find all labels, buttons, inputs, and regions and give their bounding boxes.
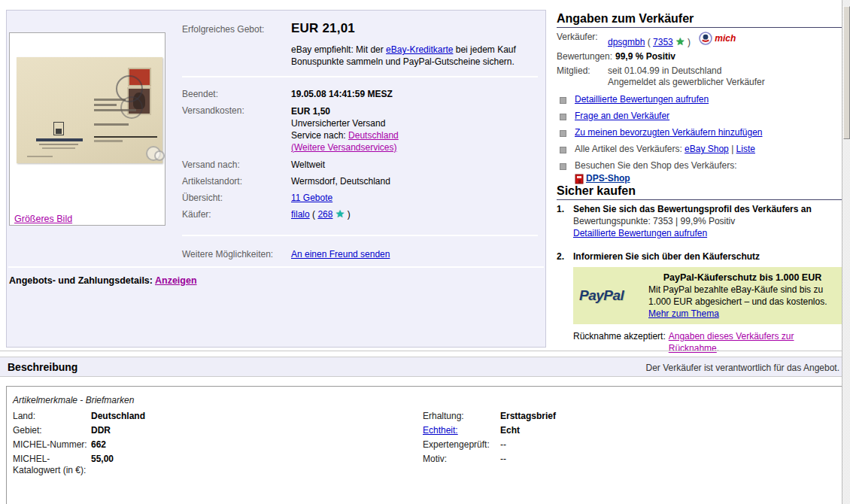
seller-info-section: Angaben zum Verkäufer Verkäufer: dpsgmbh… [557, 12, 842, 190]
payment-details-label: Angebots- und Zahlungsdetails: [9, 275, 153, 286]
ships-to-value: Weltweit [291, 159, 325, 171]
spec-label: MICHEL-Nummer: [13, 439, 88, 454]
watermark-icon [154, 150, 165, 161]
seller-label: Verkäufer: [557, 32, 608, 48]
payment-details-show-link[interactable]: Anzeigen [155, 275, 197, 286]
safe-buying-section: Sicher kaufen 1. Sehen Sie sich das Bewe… [557, 184, 842, 354]
item-specifics-title: Artikelmerkmale - Briefmarken [13, 395, 836, 405]
step-number: 2. [557, 251, 573, 263]
ebay-shop-link[interactable]: eBay Shop [685, 144, 729, 154]
safe-buying-step-1: 1. Sehen Sie sich das Bewertungsprofil d… [557, 204, 842, 239]
winning-bid-row: Erfolgreiches Gebot: EUR 21,01 [182, 24, 539, 35]
address-line [94, 104, 117, 106]
member-type: Angemeldet als gewerblicher Verkäufer [608, 77, 765, 88]
list-item: Detaillierte Bewertungen aufrufen [557, 94, 842, 105]
seller-feedback-star-icon: ★ [675, 35, 685, 47]
overview-row: Übersicht: 11 Gebote [182, 193, 539, 204]
spec-value: 55,00 [91, 454, 420, 479]
ebay-creditcard-link[interactable]: eBay-Kreditkarte [386, 44, 453, 55]
list-item: Besuchen Sie den Shop des Verkäufers: DP… [557, 160, 842, 184]
spec-value: 662 [91, 439, 420, 454]
member-label: Mitglied: [557, 65, 608, 88]
buyer-row: Käufer: filalo ( 268 ★ ) [182, 209, 539, 220]
spec-label: Erhaltung: [423, 411, 497, 425]
paren-open: ( [648, 37, 651, 47]
paypal-more-link[interactable]: Mehr zum Thema [648, 308, 719, 320]
paren-close: ) [348, 209, 351, 220]
spec-label: MICHEL-Katalogwert (in €): [13, 454, 88, 479]
paren-close: ) [688, 37, 691, 47]
spec-value: DDR [91, 425, 420, 439]
address-line [94, 99, 126, 101]
ended-value: 19.05.08 14:41:59 MESZ [291, 89, 393, 100]
returns-period: . [717, 343, 719, 354]
list-view-link[interactable]: Liste [736, 144, 755, 154]
address-line [94, 123, 129, 126]
service-country-link[interactable]: Deutschland [348, 130, 399, 141]
paren-open: ( [312, 209, 315, 220]
larger-image-link[interactable]: Größeres Bild [14, 214, 72, 224]
shipping-cost: EUR 1,50 [291, 105, 399, 117]
shipping-service-line: Service nach: Deutschland [291, 129, 399, 141]
vertical-scrollbar[interactable] [842, 0, 850, 504]
ask-seller-link[interactable]: Frage an den Verkäufer [575, 111, 669, 121]
dps-shop-link[interactable]: DPS-Shop [586, 173, 630, 184]
send-to-friend-link[interactable]: An einen Freund senden [291, 249, 390, 260]
spec-value: Ersttagsbrief [500, 411, 836, 425]
payment-details-row: Angebots- und Zahlungsdetails: Anzeigen [9, 275, 197, 286]
ebay-promo-text: eBay empfiehlt: Mit der eBay-Kreditkarte… [291, 44, 544, 68]
item-specifics-box: Artikelmerkmale - Briefmarken Land: Deut… [6, 386, 842, 504]
authenticity-help-link[interactable]: Echtheit: [423, 425, 458, 436]
seller-row: Verkäufer: dpsgmbh ( 7353 ★ ) mich [557, 32, 842, 48]
detailed-ratings-link[interactable]: Detaillierte Bewertungen aufrufen [573, 228, 707, 238]
pipe-separator: | [731, 144, 733, 154]
scrollbar-thumb[interactable] [843, 6, 850, 139]
address-line [94, 109, 136, 111]
spec-value: -- [500, 439, 836, 454]
address-line [94, 140, 123, 142]
item-photo-box: Größeres Bild [9, 32, 165, 226]
shipping-label: Versandkosten: [182, 105, 291, 153]
paypal-protection-box: PayPal PayPal-Käuferschutz bis 1.000 EUR… [573, 267, 842, 324]
seller-score-link[interactable]: 7353 [653, 37, 673, 47]
sender-line [39, 144, 78, 145]
spec-label: Land: [13, 411, 88, 425]
step-title: Informieren Sie sich über den Käuferschu… [573, 251, 760, 263]
service-prefix: Service nach: [291, 130, 348, 141]
section-divider [8, 266, 544, 268]
spec-label: Expertengeprüft: [423, 439, 497, 454]
detailed-ratings-link[interactable]: Detaillierte Bewertungen aufrufen [575, 94, 709, 105]
shipping-method: Unversicherter Versand [291, 117, 399, 129]
member-row: Mitglied: seit 01.04.99 in Deutschland A… [557, 65, 842, 88]
spec-value: Deutschland [91, 411, 420, 425]
list-item: Zu meinen bevorzugten Verkäufern hinzufü… [557, 127, 842, 138]
section-divider [182, 235, 538, 236]
item-specifics-table: Land: Deutschland Erhaltung: Ersttagsbri… [13, 411, 836, 479]
item-location-row: Artikelstandort: Wermsdorf, Deutschland [182, 176, 539, 187]
feedback-points-text: Bewertungspunkte: 7353 | 99,9% Positiv [573, 215, 842, 227]
buyer-score-link[interactable]: 268 [317, 209, 332, 220]
safe-buying-title: Sicher kaufen [557, 184, 842, 200]
ratings-label: Bewertungen: [557, 51, 615, 62]
more-shipping-services-link[interactable]: (Weitere Versandservices) [291, 141, 397, 153]
ships-to-row: Versand nach: Weltweit [182, 159, 539, 171]
spec-value: -- [500, 454, 836, 479]
about-me-icon [699, 32, 712, 45]
bids-link[interactable]: 11 Gebote [291, 193, 332, 203]
all-items-label: Alle Artikel des Verkäufers: [575, 144, 685, 154]
sender-logo-icon [53, 122, 64, 135]
more-options-row: Weitere Möglichkeiten: An einen Freund s… [182, 249, 539, 260]
promo-prefix: eBay empfiehlt: Mit der [291, 44, 386, 55]
winning-bid-value: EUR 21,01 [291, 23, 355, 34]
add-favorite-seller-link[interactable]: Zu meinen bevorzugten Verkäufern hinzufü… [575, 127, 763, 138]
item-location-label: Artikelstandort: [182, 176, 291, 187]
buyer-link[interactable]: filalo [291, 209, 310, 220]
safe-buying-step-2: 2. Informieren Sie sich über den Käufers… [557, 251, 842, 354]
seller-name-link[interactable]: dpsgmbh [608, 37, 645, 47]
print-code-line [27, 156, 53, 157]
visit-shop-label: Besuchen Sie den Shop des Verkäufers: [575, 160, 736, 171]
spec-label: Motiv: [423, 454, 497, 479]
list-item: Alle Artikel des Verkäufers: eBay Shop |… [557, 144, 842, 155]
about-me-badge[interactable]: mich [699, 32, 736, 45]
paypal-title: PayPal-Käuferschutz bis 1.000 EUR [648, 272, 836, 284]
